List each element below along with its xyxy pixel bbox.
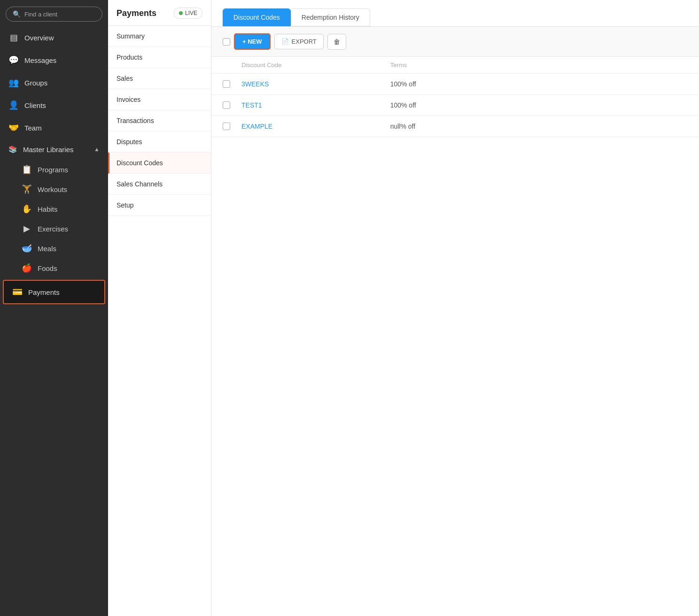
workouts-icon: 🏋 xyxy=(22,184,32,194)
discount-code-example[interactable]: EXAMPLE xyxy=(241,123,390,130)
sidebar-item-label: Exercises xyxy=(38,225,68,233)
payments-panel: Payments LIVE Summary Products Sales Inv… xyxy=(108,0,211,616)
panel-menu: Summary Products Sales Invoices Transact… xyxy=(108,26,211,616)
overview-icon: ▤ xyxy=(8,32,19,43)
row-checkbox-test1[interactable] xyxy=(223,101,230,109)
sidebar-item-overview[interactable]: ▤ Overview xyxy=(0,26,108,49)
sidebar-item-payments[interactable]: 💳 Payments xyxy=(3,280,105,304)
sidebar-item-messages[interactable]: 💬 Messages xyxy=(0,49,108,71)
sidebar-item-label: Programs xyxy=(38,166,68,174)
row-checkbox-example[interactable] xyxy=(223,123,230,130)
header-discount-code: Discount Code xyxy=(241,62,390,69)
live-label: LIVE xyxy=(185,10,197,16)
panel-menu-transactions[interactable]: Transactions xyxy=(108,110,211,131)
sidebar-item-label: Meals xyxy=(38,245,56,253)
sidebar-item-label: Overview xyxy=(24,34,54,42)
exercises-icon: ▶ xyxy=(22,223,32,234)
table-row: EXAMPLE null% off xyxy=(211,116,699,137)
sidebar-item-groups[interactable]: 👥 Groups xyxy=(0,71,108,94)
sidebar-item-label: Habits xyxy=(38,205,58,213)
sidebar-item-label: Clients xyxy=(24,101,46,109)
sidebar-item-habits[interactable]: ✋ Habits xyxy=(0,199,108,219)
trash-icon: 🗑 xyxy=(334,38,340,46)
messages-icon: 💬 xyxy=(8,55,19,65)
sidebar-item-team[interactable]: 🤝 Team xyxy=(0,116,108,139)
sidebar-item-label: Team xyxy=(24,124,42,132)
export-button[interactable]: 📄 EXPORT xyxy=(274,34,324,49)
live-dot xyxy=(179,11,183,15)
master-libraries-left: 📚 Master Libraries xyxy=(8,145,74,154)
header-checkbox-col xyxy=(223,62,241,69)
sidebar-item-master-libraries[interactable]: 📚 Master Libraries ▲ xyxy=(0,139,108,160)
panel-menu-invoices[interactable]: Invoices xyxy=(108,89,211,110)
main-content: Discount Codes Redemption History + NEW … xyxy=(211,0,699,616)
new-button[interactable]: + NEW xyxy=(234,33,271,50)
panel-menu-sales[interactable]: Sales xyxy=(108,68,211,89)
sidebar-item-label: Messages xyxy=(24,56,56,64)
sidebar-item-foods[interactable]: 🍎 Foods xyxy=(0,258,108,278)
panel-menu-summary[interactable]: Summary xyxy=(108,26,211,47)
table-row: 3WEEKS 100% off xyxy=(211,74,699,95)
find-client-search[interactable]: 🔍 Find a client xyxy=(6,7,102,22)
sidebar-item-programs[interactable]: 📋 Programs xyxy=(0,160,108,179)
tab-discount-codes[interactable]: Discount Codes xyxy=(223,8,291,26)
search-icon: 🔍 xyxy=(13,10,21,18)
header-terms: Terms xyxy=(390,62,539,69)
sidebar-item-clients[interactable]: 👤 Clients xyxy=(0,94,108,116)
terms-test1: 100% off xyxy=(390,101,539,109)
table-row: TEST1 100% off xyxy=(211,95,699,116)
sidebar-item-label: Foods xyxy=(38,264,57,272)
discount-code-3weeks[interactable]: 3WEEKS xyxy=(241,80,390,88)
sidebar-item-exercises[interactable]: ▶ Exercises xyxy=(0,219,108,239)
meals-icon: 🥣 xyxy=(22,243,32,254)
discount-code-test1[interactable]: TEST1 xyxy=(241,101,390,109)
master-libraries-label: Master Libraries xyxy=(23,146,74,154)
terms-example: null% off xyxy=(390,123,539,130)
delete-button[interactable]: 🗑 xyxy=(327,34,346,50)
habits-icon: ✋ xyxy=(22,204,32,214)
master-libraries-icon: 📚 xyxy=(8,145,17,154)
sidebar-item-label: Payments xyxy=(28,288,60,296)
team-icon: 🤝 xyxy=(8,123,19,133)
terms-3weeks: 100% off xyxy=(390,80,539,88)
sidebar-item-meals[interactable]: 🥣 Meals xyxy=(0,239,108,258)
payments-icon: 💳 xyxy=(12,287,23,297)
sidebar-item-label: Groups xyxy=(24,79,47,87)
discount-codes-table: Discount Code Terms 3WEEKS 100% off TEST… xyxy=(211,57,699,616)
foods-icon: 🍎 xyxy=(22,263,32,273)
table-header: Discount Code Terms xyxy=(211,57,699,74)
tab-bar: Discount Codes Redemption History xyxy=(211,0,699,27)
sidebar-item-workouts[interactable]: 🏋 Workouts xyxy=(0,179,108,199)
toolbar: + NEW 📄 EXPORT 🗑 xyxy=(211,27,699,57)
tab-redemption-history[interactable]: Redemption History xyxy=(291,8,370,26)
panel-menu-products[interactable]: Products xyxy=(108,47,211,68)
header-extra xyxy=(539,62,688,69)
panel-menu-discount-codes[interactable]: Discount Codes xyxy=(108,153,211,174)
sidebar: 🔍 Find a client ▤ Overview 💬 Messages 👥 … xyxy=(0,0,108,616)
panel-header: Payments LIVE xyxy=(108,0,211,26)
select-all-checkbox[interactable] xyxy=(223,38,230,46)
export-icon: 📄 xyxy=(281,38,289,45)
row-checkbox-3weeks[interactable] xyxy=(223,80,230,88)
panel-menu-sales-channels[interactable]: Sales Channels xyxy=(108,174,211,195)
clients-icon: 👤 xyxy=(8,100,19,110)
panel-menu-disputes[interactable]: Disputes xyxy=(108,131,211,153)
sidebar-nav: ▤ Overview 💬 Messages 👥 Groups 👤 Clients… xyxy=(0,26,108,616)
sidebar-item-label: Workouts xyxy=(38,185,67,193)
panel-menu-setup[interactable]: Setup xyxy=(108,195,211,216)
search-placeholder: Find a client xyxy=(24,11,57,18)
panel-title: Payments xyxy=(116,8,156,18)
programs-icon: 📋 xyxy=(22,164,32,175)
chevron-up-icon: ▲ xyxy=(94,146,100,153)
live-badge: LIVE xyxy=(174,8,202,19)
groups-icon: 👥 xyxy=(8,77,19,88)
